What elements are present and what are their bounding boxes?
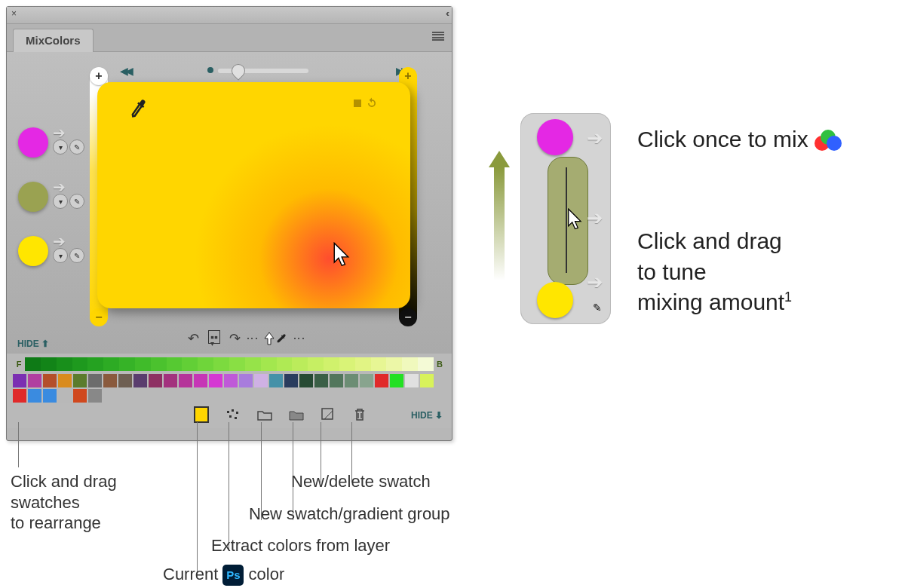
gradient-cell[interactable] <box>135 357 151 371</box>
gradient-cell[interactable] <box>103 357 119 371</box>
gradient-cell[interactable] <box>418 357 434 371</box>
gradient-cell[interactable] <box>355 357 371 371</box>
delete-swatch-icon[interactable] <box>352 407 367 422</box>
send-arrow-icon[interactable]: ➔ <box>53 127 84 138</box>
gradient-cell[interactable] <box>72 357 88 371</box>
swatch-cell[interactable] <box>420 374 434 387</box>
current-color-swatch[interactable] <box>194 407 209 422</box>
swatch-cell[interactable] <box>58 389 72 403</box>
swatch-cell[interactable] <box>58 374 72 387</box>
gradient-cell[interactable] <box>308 357 324 371</box>
swatch-cell[interactable] <box>88 389 102 403</box>
swatch-cell[interactable] <box>118 374 132 387</box>
gradient-cell[interactable] <box>261 357 277 371</box>
hide-swatches-button[interactable]: HIDE ⬇ <box>411 410 443 421</box>
swatch-cell[interactable] <box>405 374 419 387</box>
split-view-icon[interactable]: ▪▪▾ <box>208 330 220 344</box>
gradient-cell[interactable] <box>198 357 213 371</box>
swatch-cell[interactable] <box>149 374 162 387</box>
swatch-cell[interactable] <box>73 374 87 387</box>
collapse-icon[interactable]: ‹‹ <box>446 8 447 19</box>
gradient-cell[interactable] <box>151 357 167 371</box>
swatch-cell[interactable] <box>88 374 102 387</box>
swatch-cell[interactable] <box>133 374 147 387</box>
gradient-row[interactable]: F B <box>13 357 446 372</box>
redo-icon[interactable]: ↷ <box>229 330 241 347</box>
droplet-icon[interactable] <box>229 61 247 80</box>
new-swatch-icon[interactable] <box>321 407 336 422</box>
dropdown-icon[interactable]: ▾ <box>53 194 68 209</box>
gradient-cell[interactable] <box>229 357 245 371</box>
close-icon[interactable]: × <box>11 8 17 19</box>
more-options-icon[interactable]: ⋮ <box>250 332 254 345</box>
send-up-eyedrop-icon[interactable] <box>263 331 287 346</box>
gradient-cell[interactable] <box>245 357 261 371</box>
swatch-cell[interactable] <box>13 389 26 403</box>
swatch-cell[interactable] <box>103 374 117 387</box>
gradient-cell[interactable] <box>41 357 57 371</box>
history-back-icon[interactable]: ◀◀ <box>120 65 130 77</box>
swatch-cell[interactable] <box>194 374 207 387</box>
new-group-icon[interactable] <box>257 407 272 422</box>
swatch-cell[interactable] <box>299 374 313 387</box>
swatch-cell[interactable] <box>209 374 222 387</box>
gradient-cell[interactable] <box>213 357 229 371</box>
gradient-cell[interactable] <box>371 357 387 371</box>
send-arrow-icon[interactable]: ➔ <box>53 236 84 247</box>
swatch-cell[interactable] <box>254 374 268 387</box>
gradient-cell[interactable] <box>57 357 72 371</box>
reset-canvas-icon[interactable] <box>353 96 379 111</box>
eyedrop-mini-icon[interactable]: ✎ <box>69 248 84 263</box>
eyedrop-mini-icon[interactable]: ✎ <box>69 194 84 209</box>
mix-color-1[interactable] <box>18 127 48 158</box>
swatch-cell[interactable] <box>360 374 373 387</box>
swatch-cell[interactable] <box>28 389 41 403</box>
gradient-cell[interactable] <box>182 357 198 371</box>
wetness-slider[interactable] <box>218 69 308 73</box>
dropdown-icon[interactable]: ▾ <box>53 248 68 263</box>
mix-color-3[interactable] <box>18 236 48 266</box>
mix-color-2[interactable] <box>18 182 48 212</box>
swatch-cell[interactable] <box>164 374 177 387</box>
swatch-cell[interactable] <box>13 374 26 387</box>
eyedropper-icon[interactable] <box>125 96 152 127</box>
gradient-cell[interactable] <box>277 357 293 371</box>
dropdown-icon[interactable]: ▾ <box>53 139 68 155</box>
swatch-cell[interactable] <box>73 389 87 403</box>
gradient-cells[interactable] <box>25 357 434 371</box>
new-gradient-group-icon[interactable] <box>289 407 304 422</box>
gradient-cell[interactable] <box>292 357 308 371</box>
swatch-cell[interactable] <box>28 374 41 387</box>
swatch-cell[interactable] <box>269 374 283 387</box>
gradient-cell[interactable] <box>386 357 402 371</box>
swatch-cell[interactable] <box>239 374 253 387</box>
swatch-cell[interactable] <box>330 374 343 387</box>
swatch-cell[interactable] <box>345 374 358 387</box>
swatch-cell[interactable] <box>43 389 57 403</box>
swatch-cell[interactable] <box>179 374 192 387</box>
swatch-cell[interactable] <box>375 374 388 387</box>
undo-icon[interactable]: ↶ <box>188 330 199 347</box>
more-options-2-icon[interactable]: ⋮ <box>296 332 301 345</box>
darken-minus-icon[interactable]: − <box>399 308 417 326</box>
swatch-cell[interactable] <box>224 374 238 387</box>
panel-menu-icon[interactable] <box>432 32 444 41</box>
swatch-cell[interactable] <box>390 374 403 387</box>
swatch-cell[interactable] <box>284 374 298 387</box>
tab-mixcolors[interactable]: MixColors <box>13 29 94 53</box>
gradient-cell[interactable] <box>167 357 183 371</box>
gradient-cell[interactable] <box>324 357 339 371</box>
hide-mixers-button[interactable]: HIDE ⬆ <box>17 338 49 349</box>
swatch-cell[interactable] <box>43 374 57 387</box>
gradient-cell[interactable] <box>87 357 103 371</box>
lighten-minus-icon[interactable]: − <box>90 308 108 326</box>
gradient-cell[interactable] <box>339 357 355 371</box>
gradient-cell[interactable] <box>25 357 41 371</box>
gradient-cell[interactable] <box>402 357 418 371</box>
gradient-cell[interactable] <box>119 357 135 371</box>
swatch-cell[interactable] <box>314 374 328 387</box>
swatch-grid[interactable] <box>13 374 435 403</box>
extract-colors-icon[interactable] <box>225 407 241 422</box>
send-arrow-icon[interactable]: ➔ <box>53 182 84 192</box>
eyedrop-mini-icon[interactable]: ✎ <box>69 139 84 155</box>
